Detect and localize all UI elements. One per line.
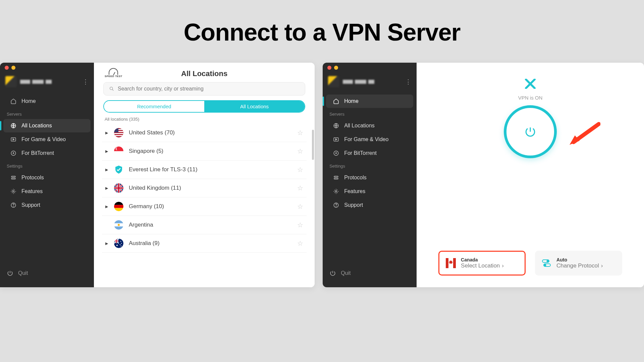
svg-point-49: [547, 260, 549, 262]
more-icon[interactable]: ⋮: [83, 78, 89, 85]
sidebar-item-game-video[interactable]: For Game & Video: [3, 133, 91, 146]
location-row[interactable]: ▶Singapore (5)☆: [102, 142, 307, 161]
location-name: Everest Line for TLS-3 (11): [129, 166, 292, 173]
sidebar-item-features[interactable]: Features: [326, 185, 413, 198]
svg-point-38: [116, 245, 118, 246]
sidebar-item-label: Home: [21, 98, 36, 104]
favorite-icon[interactable]: ☆: [297, 221, 303, 229]
select-location-card[interactable]: Canada Select Location ›: [438, 251, 526, 276]
expand-icon: ▶: [105, 186, 109, 190]
svg-point-5: [13, 191, 14, 192]
sidebar-item-home[interactable]: Home: [3, 95, 91, 108]
svg-rect-26: [114, 208, 123, 211]
expand-icon: ▶: [105, 241, 109, 246]
sidebar-item-bittorrent[interactable]: For BitTorrent: [3, 146, 91, 160]
close-icon[interactable]: [327, 66, 331, 70]
svg-rect-25: [114, 205, 123, 208]
sidebar-item-all-locations[interactable]: All Locations: [3, 119, 91, 132]
quit-button[interactable]: Quit: [323, 266, 417, 280]
sidebar-item-label: All Locations: [344, 123, 375, 129]
window-controls: [0, 63, 94, 73]
favorite-icon[interactable]: ☆: [297, 202, 303, 210]
search-box[interactable]: [103, 82, 305, 96]
sidebar-item-label: Protocols: [21, 175, 44, 181]
minimize-icon[interactable]: [11, 66, 15, 70]
speed-test-button[interactable]: SPEED TEST: [105, 68, 122, 78]
minimize-icon[interactable]: [334, 66, 338, 70]
favorite-icon[interactable]: ☆: [297, 166, 303, 174]
globe-icon: [333, 122, 339, 129]
gear-icon: [333, 188, 339, 195]
tab-all-locations[interactable]: All Locations: [204, 101, 305, 112]
location-row[interactable]: ▶United Kingdom (11)☆: [102, 179, 307, 197]
help-icon: [10, 202, 17, 208]
protocol-icon: [333, 174, 339, 181]
sidebar-item-protocols[interactable]: Protocols: [326, 171, 413, 184]
location-row[interactable]: Argentina☆: [102, 216, 307, 234]
sidebar-item-label: Features: [21, 188, 43, 194]
sidebar-item-label: Support: [21, 202, 40, 208]
window-controls: [323, 63, 417, 73]
download-icon: [333, 150, 339, 157]
brand-row: ⋮: [323, 73, 417, 92]
more-icon[interactable]: ⋮: [405, 78, 411, 85]
svg-rect-3: [11, 176, 15, 177]
sidebar-item-bittorrent[interactable]: For BitTorrent: [326, 146, 413, 160]
flag-icon: [114, 220, 123, 230]
search-icon: [109, 86, 114, 92]
main-panel-locations: SPEED TEST All Locations Recommended All…: [94, 63, 315, 287]
svg-rect-43: [334, 178, 338, 179]
location-name: United Kingdom (11): [129, 185, 292, 191]
favorite-icon[interactable]: ☆: [297, 184, 303, 192]
location-row[interactable]: ▶Germany (10)☆: [102, 197, 307, 216]
quit-label: Quit: [18, 270, 28, 276]
gear-icon: [10, 188, 17, 195]
svg-rect-4: [11, 178, 15, 179]
favorite-icon[interactable]: ☆: [297, 147, 303, 155]
close-icon[interactable]: [5, 66, 9, 70]
sidebar-item-game-video[interactable]: For Game & Video: [326, 133, 413, 146]
protocol-card-title: Auto: [556, 257, 616, 262]
play-icon: [10, 136, 17, 143]
svg-rect-24: [114, 202, 123, 205]
protocol-toggle-icon: [541, 258, 552, 268]
location-row[interactable]: ▶Everest Line for TLS-3 (11)☆: [102, 161, 307, 179]
sidebar-item-home[interactable]: Home: [326, 95, 413, 108]
favorite-icon[interactable]: ☆: [297, 129, 303, 137]
scrollbar[interactable]: [312, 130, 314, 160]
svg-point-35: [121, 243, 122, 244]
change-protocol-card[interactable]: Auto Change Protocol ›: [535, 251, 622, 276]
location-row[interactable]: ▶United States (70)☆: [102, 124, 307, 142]
flag-icon: [114, 128, 123, 137]
servers-section-label: Servers: [0, 108, 94, 119]
sidebar-item-features[interactable]: Features: [3, 185, 91, 198]
sidebar-item-label: Features: [344, 188, 365, 194]
sidebar-item-label: For Game & Video: [21, 136, 66, 142]
connect-button[interactable]: [504, 105, 557, 158]
location-list[interactable]: ▶United States (70)☆▶Singapore (5)☆▶Ever…: [94, 124, 315, 287]
sidebar-item-support[interactable]: Support: [326, 198, 413, 212]
play-icon: [333, 136, 339, 143]
flag-icon: [114, 183, 123, 193]
search-input[interactable]: [118, 86, 300, 92]
svg-rect-13: [114, 133, 123, 134]
svg-rect-28: [114, 220, 123, 223]
download-icon: [10, 150, 17, 157]
location-row[interactable]: ▶Australia (9)☆: [102, 234, 307, 253]
svg-point-20: [116, 147, 119, 150]
tab-recommended[interactable]: Recommended: [104, 101, 204, 112]
svg-point-46: [336, 206, 336, 206]
expand-icon: ▶: [105, 131, 109, 135]
quit-button[interactable]: Quit: [0, 266, 94, 280]
sidebar-item-protocols[interactable]: Protocols: [3, 171, 91, 184]
svg-point-44: [335, 191, 337, 192]
sidebar-item-support[interactable]: Support: [3, 198, 91, 212]
sidebar-item-label: Protocols: [344, 175, 367, 181]
sidebar-item-label: For Game & Video: [344, 136, 388, 142]
sidebar: ⋮ Home Servers All Locations For Game & …: [0, 63, 94, 287]
location-name: United States (70): [129, 129, 292, 136]
favorite-icon[interactable]: ☆: [297, 239, 303, 247]
svg-rect-42: [334, 176, 338, 177]
flag-icon: [114, 165, 123, 174]
sidebar-item-all-locations[interactable]: All Locations: [326, 119, 413, 132]
